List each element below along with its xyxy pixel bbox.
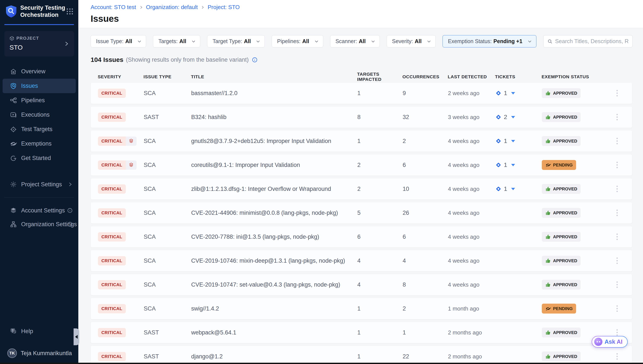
row-menu-kebab-icon[interactable] <box>614 232 620 242</box>
shield-search-icon <box>10 82 17 90</box>
table-row[interactable]: CRITICAL SCA swig//1.4.2 1 2 1 month ago… <box>91 298 632 319</box>
issue-title-cell[interactable]: webpack@5.64.1 <box>191 329 357 336</box>
filter-pipelines[interactable]: Pipelines:All <box>272 35 323 48</box>
sidebar-item-project-settings[interactable]: Project Settings <box>0 178 78 191</box>
exemption-badge: APPROVED <box>542 328 581 338</box>
filter-exemption-status[interactable]: Exemption Status:Pending +1 <box>443 35 536 48</box>
row-menu-kebab-icon[interactable] <box>614 303 620 314</box>
severity-badge: CRITICAL <box>98 280 126 290</box>
sidebar-item-help[interactable]: ? Help <box>0 324 78 338</box>
search-icon <box>547 38 553 44</box>
layers-icon <box>128 138 134 144</box>
sidebar-collapse-handle[interactable] <box>74 328 79 345</box>
project-selector[interactable]: PROJECT STO <box>4 31 74 56</box>
issue-title-cell[interactable]: django@1.2 <box>191 353 357 360</box>
sidebar-item-issues[interactable]: Issues <box>3 79 76 93</box>
last-detected-cell: 4 weeks ago <box>448 210 495 216</box>
app-switcher-grid-icon[interactable] <box>67 7 73 16</box>
breadcrumb-project-link[interactable]: Project: STO <box>208 4 240 10</box>
table-row[interactable]: CRITICAL SAST django@1.2 1 22 2 months a… <box>91 346 632 364</box>
issue-title-cell[interactable]: bassmaster//1.2.0 <box>191 90 357 96</box>
table-row[interactable]: CRITICAL SCA zlib@1:1.2.13.dfsg-1: Integ… <box>91 178 632 200</box>
table-row[interactable]: CRITICAL SCA bassmaster//1.2.0 1 9 2 wee… <box>91 82 632 104</box>
issue-title-cell[interactable]: coreutils@9.1-1: Improper Input Validati… <box>191 162 357 168</box>
sidebar-item-label: Test Targets <box>21 126 53 132</box>
table-row[interactable]: CRITICAL SCA CVE-2019-10747: set-value@0… <box>91 274 632 296</box>
ticket-cell-content[interactable]: 1 <box>495 186 542 192</box>
ticket-cell-content[interactable]: 1 <box>495 90 542 96</box>
ticket-dropdown-caret-icon[interactable] <box>511 92 515 94</box>
sidebar-item-executions[interactable]: Executions <box>0 108 78 122</box>
sidebar-item-test-targets[interactable]: Test Targets <box>0 122 78 136</box>
last-detected-cell: 4 weeks ago <box>448 234 495 240</box>
issue-title-cell[interactable]: CVE-2019-10747: set-value@0.4.3 (lang-pk… <box>191 282 357 288</box>
issue-title-cell[interactable]: CVE-2019-10746: mixin-deep@1.3.1 (lang-p… <box>191 258 357 264</box>
table-row[interactable]: CRITICAL SCA CVE-2019-10746: mixin-deep@… <box>91 250 632 272</box>
issue-title-cell[interactable]: zlib@1:1.2.13.dfsg-1: Integer Overflow o… <box>191 186 357 192</box>
thumbs-up-icon <box>545 354 551 359</box>
row-menu-kebab-icon[interactable] <box>614 88 620 98</box>
sidebar-item-exemptions[interactable]: Exemptions <box>0 136 78 151</box>
filter-issue-type[interactable]: Issue Type:All <box>91 35 146 48</box>
ticket-cell-content[interactable]: 1 <box>495 138 542 144</box>
ticket-dropdown-caret-icon[interactable] <box>511 164 515 166</box>
search-input[interactable] <box>555 38 628 45</box>
sidebar-item-get-started[interactable]: Get Started <box>0 151 78 166</box>
ticket-dropdown-caret-icon[interactable] <box>511 188 515 190</box>
issue-title-cell[interactable]: CVE-2021-44906: minimist@0.0.8 (lang-pkg… <box>191 210 357 216</box>
row-menu-kebab-icon[interactable] <box>614 112 620 122</box>
issue-title-cell[interactable]: B324: hashlib <box>191 114 357 120</box>
exemption-status-label: APPROVED <box>553 91 577 96</box>
row-menu-kebab-icon[interactable] <box>614 255 620 266</box>
issue-title-cell[interactable]: CVE-2020-7788: ini@1.3.5 (lang-pkgs, nod… <box>191 234 357 240</box>
project-name: STO <box>10 44 69 51</box>
info-icon[interactable] <box>67 222 73 227</box>
ticket-dropdown-caret-icon[interactable] <box>511 140 515 142</box>
eye-off-icon <box>10 140 17 147</box>
filter-target-type[interactable]: Target Type:All <box>207 35 265 48</box>
exemption-status-label: APPROVED <box>553 139 577 144</box>
table-row[interactable]: CRITICAL SCA gnutls28@3.7.9-2+deb12u5: I… <box>91 130 632 152</box>
table-row[interactable]: CRITICAL SCA CVE-2021-44906: minimist@0.… <box>91 202 632 224</box>
row-menu-kebab-icon[interactable] <box>614 208 620 218</box>
info-icon[interactable] <box>252 57 258 63</box>
targets-impacted-cell: 6 <box>357 234 403 240</box>
last-detected-cell: 4 weeks ago <box>448 282 495 288</box>
filter-severity[interactable]: Severity:All <box>387 35 436 48</box>
exemption-badge: PENDING <box>542 160 576 170</box>
severity-badge: CRITICAL <box>98 208 126 218</box>
table-row[interactable]: CRITICAL SCA coreutils@9.1-1: Improper I… <box>91 154 632 176</box>
filter-targets[interactable]: Targets:All <box>153 35 200 48</box>
severity-label: CRITICAL <box>98 184 126 194</box>
occurrences-cell: 2 <box>403 305 448 312</box>
row-menu-kebab-icon[interactable] <box>614 351 620 362</box>
breadcrumb-account-link[interactable]: Account: STO test <box>91 4 136 10</box>
row-menu-kebab-icon[interactable] <box>614 279 620 290</box>
avatar[interactable]: TK <box>7 348 17 358</box>
table-row[interactable]: CRITICAL SCA CVE-2020-7788: ini@1.3.5 (l… <box>91 226 632 248</box>
row-menu-kebab-icon[interactable] <box>614 160 620 170</box>
ticket-cell-content[interactable]: 2 <box>495 114 542 120</box>
ask-ai-button[interactable]: Ask AI <box>592 336 628 348</box>
row-menu-kebab-icon[interactable] <box>614 184 620 194</box>
sidebar-item-account-settings[interactable]: Account Settings <box>0 204 78 217</box>
issue-title-cell[interactable]: gnutls28@3.7.9-2+deb12u5: Improper Input… <box>191 138 357 144</box>
issue-title-cell[interactable]: swig//1.4.2 <box>191 305 357 312</box>
exemption-status-label: PENDING <box>553 306 573 311</box>
breadcrumb-org-link[interactable]: Organization: default <box>146 4 198 10</box>
chevron-right-icon <box>201 6 205 9</box>
thumbs-up-icon <box>545 258 551 264</box>
sidebar-item-organization-settings[interactable]: Organization Settings <box>0 217 78 231</box>
info-icon[interactable] <box>67 208 73 213</box>
thumbs-up-icon <box>545 114 551 120</box>
ticket-cell-content[interactable]: 1 <box>495 162 542 168</box>
collapse-arrow-icon <box>75 335 78 339</box>
row-menu-kebab-icon[interactable] <box>614 136 620 146</box>
table-row[interactable]: CRITICAL SAST B324: hashlib 8 32 3 weeks… <box>91 106 632 128</box>
filter-scanner[interactable]: Scanner:All <box>330 35 380 48</box>
table-row[interactable]: CRITICAL SAST webpack@5.64.1 1 1 2 month… <box>91 322 632 343</box>
sidebar-item-pipelines[interactable]: Pipelines <box>0 93 78 108</box>
sidebar-item-overview[interactable]: Overview <box>0 64 78 79</box>
user-profile[interactable]: TK Teja Kummarikuntla <box>0 348 78 358</box>
ticket-dropdown-caret-icon[interactable] <box>511 116 515 118</box>
